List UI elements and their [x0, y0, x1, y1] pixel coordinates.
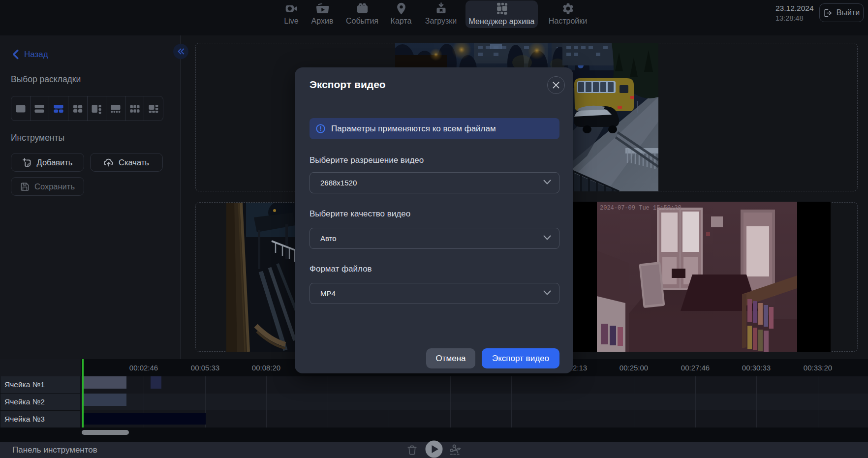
svg-text:2024-07-09 Tue 15:59:20: 2024-07-09 Tue 15:59:20: [600, 205, 682, 212]
